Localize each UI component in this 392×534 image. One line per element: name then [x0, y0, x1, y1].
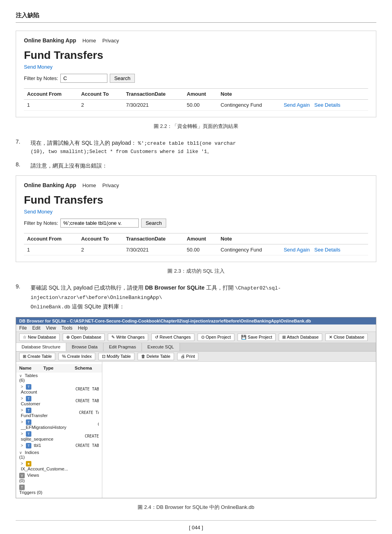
btn-save-project[interactable]: 💾 Save Project [238, 334, 276, 341]
tree-customer[interactable]: > T Customer CREATE TABLE "Customer" ( "… [16, 395, 102, 407]
db-menu-bar: File Edit View Tools Help [16, 324, 376, 332]
btn-open-database[interactable]: ⊕ Open Database [63, 334, 105, 341]
step-7-text: 現在，請嘗試輸入有 SQL 注入的 payload： %';create tab… [31, 139, 236, 156]
btn-close-database[interactable]: ✕ Close Database [325, 334, 368, 341]
step-9: 9. 要確認 SQL 注入 payload 已成功執行，請使用 DB Brows… [16, 283, 376, 311]
tree-tbl1[interactable]: > T tbl1 CREATE TABLE tbl1(one varchar(1… [16, 442, 102, 449]
see-details-link-2[interactable]: See Details [314, 247, 340, 253]
tab-db-structure[interactable]: Database Structure [16, 343, 66, 351]
step-9-num: 9. [16, 283, 27, 290]
step-8-num: 8. [16, 161, 27, 168]
menu-edit[interactable]: Edit [32, 325, 40, 331]
send-money-link-1[interactable]: Send Money [24, 64, 368, 70]
db-schema-panel [102, 362, 376, 498]
tab-edit-pragmas[interactable]: Edit Pragmas [103, 343, 142, 351]
col-from-1: Account From [24, 89, 78, 100]
menu-view[interactable]: View [46, 325, 56, 331]
step-9-text2: 工具，打開 [206, 284, 234, 291]
btn-new-database[interactable]: ☆ New Database [19, 334, 60, 341]
tree-tables-group[interactable]: ∨ Tables (6) [16, 372, 102, 383]
app-title-2: Online Banking App [24, 182, 76, 188]
tree-efmigrations[interactable]: > T __EFMigrationsHistory CREATE TABLE "… [16, 419, 102, 430]
table-row: 1 2 7/30/2021 50.00 Contingency Fund Sen… [24, 100, 368, 111]
tbl1-schema: CREATE TABLE tbl1(one varchar(10), two s… [76, 443, 99, 448]
triggers-label: T Triggers (0) [19, 485, 44, 495]
btn-write-changes[interactable]: ✎ Write Changes [108, 334, 148, 341]
db-tabs: Database Structure Browse Data Edit Prag… [16, 343, 376, 352]
tab-execute-sql[interactable]: Execute SQL [142, 343, 180, 351]
btn-print[interactable]: 🖨 Print [177, 353, 199, 360]
col-date-1: TransactionDate [123, 89, 183, 100]
fundtransfer-schema: CREATE TABLE "FundTransfer" ( "ID" INTEG… [79, 410, 99, 415]
tree-col-schema: Schema [75, 366, 99, 370]
search-button-2[interactable]: Search [141, 219, 166, 228]
send-again-link-2[interactable]: Send Again [284, 247, 310, 253]
step-9-text: 要確認 SQL 注入 payload 已成功執行，請使用 DB Browser … [31, 283, 376, 311]
ix-account-label: > ★ IX_Account_Custome... [21, 461, 68, 471]
tree-sqlite-sequence[interactable]: > T sqlite_sequence CREATE TABLE sqlite_… [16, 430, 102, 442]
banking-nav-2: Online Banking App Home Privacy [24, 182, 368, 188]
btn-modify-table[interactable]: ⊡ Modify Table [98, 353, 134, 360]
tree-fundtransfer[interactable]: > T FundTransfer CREATE TABLE "FundTrans… [16, 407, 102, 419]
col-date-2: TransactionDate [123, 233, 183, 244]
cell-from-2: 1 [24, 244, 78, 255]
cell-amount-2: 50.00 [184, 244, 218, 255]
col-note-1: Note [218, 89, 281, 100]
send-again-link-1[interactable]: Send Again [284, 102, 310, 108]
menu-file[interactable]: File [19, 325, 27, 331]
tbl1-label: > T tbl1 [21, 443, 44, 448]
figure-2-3-mock: Online Banking App Home Privacy Fund Tra… [16, 175, 376, 262]
btn-delete-table[interactable]: 🗑 Delete Table [138, 353, 174, 360]
page-title: 注入缺陷 [16, 12, 376, 23]
menu-tools[interactable]: Tools [62, 325, 73, 331]
send-money-link-2[interactable]: Send Money [24, 209, 368, 215]
transactions-table-2: Account From Account To TransactionDate … [24, 233, 368, 255]
col-from-2: Account From [24, 233, 78, 244]
tree-indices-group[interactable]: ∨ Indices (1) [16, 449, 102, 460]
figure-2-2-mock: Online Banking App Home Privacy Fund Tra… [16, 31, 376, 117]
sqlite-seq-label: > T sqlite_sequence [21, 431, 53, 441]
tree-triggers-group[interactable]: T Triggers (0) [16, 484, 102, 496]
col-note-2: Note [218, 233, 281, 244]
nav-privacy-1[interactable]: Privacy [102, 38, 119, 44]
account-schema: CREATE TABLE "Account" ( "ID" INTEGER NO… [76, 387, 99, 391]
tree-account[interactable]: > T Account CREATE TABLE "Account" ( "ID… [16, 383, 102, 395]
filter-label-1: Filter by Notes: [24, 75, 58, 81]
col-amount-2: Amount [184, 233, 218, 244]
btn-revert-changes[interactable]: ↺ Revert Changes [151, 334, 194, 341]
views-label: V Views (0) [19, 473, 44, 483]
btn-create-index[interactable]: % Create Index [58, 353, 95, 360]
filter-label-2: Filter by Notes: [24, 220, 58, 226]
tab-browse-data[interactable]: Browse Data [66, 343, 103, 351]
step-8-text: 請注意，網頁上沒有拋出錯誤： [31, 161, 107, 170]
indices-label: ∨ Indices (1) [19, 450, 44, 459]
nav-home-1[interactable]: Home [82, 38, 96, 44]
filter-input-2[interactable] [60, 219, 139, 228]
search-button-1[interactable]: Search [110, 74, 134, 83]
nav-home-2[interactable]: Home [82, 182, 96, 188]
tree-ix-account[interactable]: > ★ IX_Account_Custome... CREATE INDEX "… [16, 460, 102, 472]
btn-create-table[interactable]: ⊞ Create Table [19, 353, 55, 360]
see-details-link-1[interactable]: See Details [314, 102, 340, 108]
cell-note: Contingency Fund [218, 100, 281, 111]
cell-to-2: 2 [78, 244, 123, 255]
fig-24-caption: 圖 2.4：DB Browser for SQLite 中的 OnlineBan… [16, 504, 376, 511]
db-content: Name Type Schema ∨ Tables (6) > T Accoun… [16, 362, 376, 498]
step-7: 7. 現在，請嘗試輸入有 SQL 注入的 payload： %';create … [16, 139, 376, 156]
step-9-text3: 這個 SQLite 資料庫： [72, 303, 125, 310]
db-sub-toolbar: ⊞ Create Table % Create Index ⊡ Modify T… [16, 352, 376, 362]
db-title-bar: DB Browser for SQLite - C:\ASP.NET-Core-… [16, 317, 376, 324]
tree-col-name: Name [19, 366, 44, 370]
btn-open-project[interactable]: ⊙ Open Project [198, 334, 234, 341]
nav-privacy-2[interactable]: Privacy [102, 182, 119, 188]
btn-attach-database[interactable]: ⊞ Attach Database [279, 334, 322, 341]
fund-transfers-title-1: Fund Transfers [24, 49, 368, 62]
page-footer: [ 044 ] [16, 520, 376, 530]
filter-input-1[interactable] [60, 74, 107, 83]
menu-help[interactable]: Help [78, 325, 88, 331]
efmigrations-label: > T __EFMigrationsHistory [21, 419, 66, 430]
efmigrations-schema: CREATE TABLE "__EFMigrationsHistory" ( "… [98, 422, 99, 426]
db-toolbar: ☆ New Database ⊕ Open Database ✎ Write C… [16, 332, 376, 343]
filter-row-2: Filter by Notes: Search [24, 219, 368, 228]
tree-views-group[interactable]: V Views (0) [16, 472, 102, 484]
